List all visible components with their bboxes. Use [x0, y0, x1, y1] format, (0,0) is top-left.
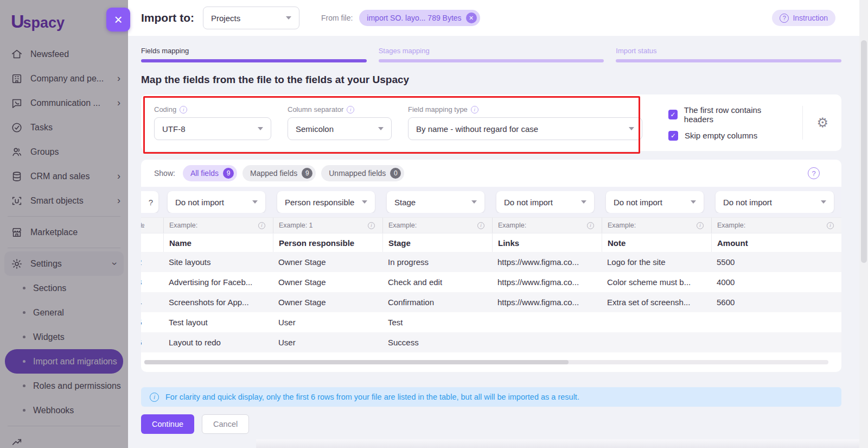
- column-select-name[interactable]: Do not import: [168, 191, 265, 213]
- sidebar-item-partial[interactable]: [0, 430, 128, 448]
- horizontal-scrollbar[interactable]: [144, 360, 828, 364]
- count-badge: 9: [302, 168, 312, 179]
- bullet-icon: [23, 384, 25, 387]
- info-icon: [150, 393, 159, 402]
- people-icon: [11, 146, 23, 158]
- file-chip[interactable]: import SO. layo... 789 Bytes: [359, 10, 480, 26]
- info-icon[interactable]: [368, 222, 375, 229]
- vertical-divider: [802, 106, 803, 140]
- storefront-icon: [11, 226, 23, 238]
- from-file-label: From file:: [321, 14, 353, 22]
- first-row-headers-checkbox[interactable]: The first row contains headers: [668, 105, 786, 124]
- step-fields-mapping[interactable]: Fields mapping: [141, 47, 367, 62]
- settings-gear-icon[interactable]: [816, 115, 828, 130]
- vertical-scrollbar-thumb[interactable]: [861, 40, 867, 263]
- sidebar-divider: [8, 248, 120, 248]
- sidebar-item-newsfeed[interactable]: Newsfeed: [0, 42, 128, 66]
- column-select-amount[interactable]: Do not import: [716, 191, 834, 213]
- sidebar-item-groups[interactable]: Groups: [0, 140, 128, 164]
- smart-objects-icon: [11, 195, 23, 207]
- info-icon[interactable]: [697, 222, 704, 229]
- info-icon[interactable]: [180, 106, 187, 113]
- column-select-note[interactable]: Do not import: [606, 191, 704, 213]
- coding-select[interactable]: UTF-8: [154, 117, 271, 140]
- gear-icon: [11, 258, 23, 270]
- entity-select-value: Projects: [211, 14, 240, 23]
- info-icon[interactable]: [827, 222, 834, 229]
- sidebar-divider: [8, 216, 120, 217]
- horizontal-scrollbar-thumb[interactable]: [144, 360, 569, 364]
- count-badge: 0: [390, 168, 401, 179]
- footer-actions: Continue Cancel: [141, 414, 841, 434]
- page-title: Map the fields from the file to the fiel…: [141, 74, 841, 86]
- filter-mapped-fields[interactable]: Mapped fields 9: [242, 165, 316, 181]
- sidebar-subitem-general[interactable]: General: [0, 300, 128, 325]
- filter-all-fields[interactable]: All fields 9: [183, 165, 237, 181]
- caret-down-icon: [629, 127, 634, 130]
- sidebar-item-tasks[interactable]: Tasks: [0, 115, 128, 140]
- count-badge: 9: [223, 168, 234, 179]
- close-icon[interactable]: [106, 8, 130, 31]
- table-row: 4 Screenshots for App... Owner Stage Con…: [141, 292, 841, 312]
- sidebar-item-smart-objects[interactable]: Smart objects ›: [0, 188, 128, 213]
- column-header: Amount: [711, 234, 841, 252]
- info-icon[interactable]: [347, 106, 354, 113]
- step-progress-bar: [379, 59, 604, 62]
- sidebar-item-crm-and-sales[interactable]: CRM and sales ›: [0, 164, 128, 188]
- info-banner: For clarity and quick display, only the …: [141, 387, 841, 407]
- filter-unmapped-fields[interactable]: Unmapped fields 0: [321, 165, 404, 181]
- cancel-button[interactable]: Cancel: [202, 414, 249, 434]
- building-icon: [11, 73, 23, 85]
- table-header-row: Name Person responsible Stage Links Note…: [141, 234, 841, 252]
- column-select-links[interactable]: Do not import: [496, 191, 594, 213]
- step-import-status[interactable]: Import status: [616, 47, 841, 62]
- chevron-right-icon: ›: [117, 73, 120, 84]
- column-select-person-responsible[interactable]: Person responsible: [277, 191, 375, 213]
- column-select-cut[interactable]: ?: [141, 191, 158, 213]
- sidebar-subitem-sections[interactable]: Sections: [0, 276, 128, 300]
- field-mapping-type-label: Field mapping type: [408, 105, 468, 113]
- chat-icon: [11, 97, 23, 109]
- bullet-icon: [23, 287, 25, 289]
- sidebar-subitem-import-and-migrations[interactable]: Import and migrations: [5, 349, 123, 374]
- sidebar-item-company-and-people[interactable]: Company and pe... ›: [0, 66, 128, 91]
- chevron-right-icon: ›: [117, 195, 120, 206]
- bullet-icon: [23, 360, 25, 363]
- step-stages-mapping[interactable]: Stages mapping: [379, 47, 604, 62]
- caret-down-icon: [471, 200, 477, 204]
- sidebar-subitem-widgets[interactable]: Widgets: [0, 325, 128, 349]
- info-icon[interactable]: [258, 222, 265, 229]
- field-mapping-type-select[interactable]: By name - without regard for case: [408, 117, 642, 140]
- checkbox-checked-icon: [668, 110, 678, 119]
- vertical-scrollbar[interactable]: [859, 0, 868, 448]
- entity-select[interactable]: Projects: [203, 7, 299, 29]
- sidebar-subitem-webhooks[interactable]: Webhooks: [0, 398, 128, 422]
- remove-file-icon[interactable]: [466, 12, 477, 23]
- sidebar-item-communication[interactable]: Communication ... ›: [0, 91, 128, 115]
- column-header: Note: [602, 234, 711, 252]
- coding-label: Coding: [154, 105, 176, 113]
- bullet-icon: [23, 311, 25, 314]
- database-icon: [11, 171, 23, 182]
- instruction-button[interactable]: Instruction: [772, 10, 835, 26]
- info-icon[interactable]: [477, 222, 484, 229]
- row-number-header: №: [141, 222, 144, 229]
- sidebar-item-settings[interactable]: Settings ›: [4, 251, 124, 276]
- chevron-right-icon: ›: [117, 97, 120, 109]
- column-select-stage[interactable]: Stage: [387, 191, 484, 213]
- fields-mapping-card: Show: All fields 9 Mapped fields 9 Unmap…: [141, 160, 841, 372]
- skip-empty-columns-checkbox[interactable]: Skip empty columns: [668, 131, 786, 141]
- bottom-strip: [256, 439, 868, 448]
- chevron-right-icon: ›: [117, 171, 120, 182]
- sidebar-item-marketplace[interactable]: Marketplace: [0, 220, 128, 244]
- sidebar-subitem-roles-and-permissions[interactable]: Roles and permissions: [0, 374, 128, 398]
- continue-button[interactable]: Continue: [141, 414, 194, 434]
- column-header: Stage: [382, 234, 492, 252]
- logo-u-glyph: U: [11, 11, 23, 32]
- info-icon[interactable]: [471, 106, 478, 113]
- step-progress-bar: [616, 59, 841, 62]
- column-separator-select[interactable]: Semicolon: [288, 117, 392, 140]
- help-icon[interactable]: [808, 167, 820, 179]
- info-icon[interactable]: [587, 222, 594, 229]
- table-row: 3 Advertising for Faceb... Owner Stage C…: [141, 272, 841, 292]
